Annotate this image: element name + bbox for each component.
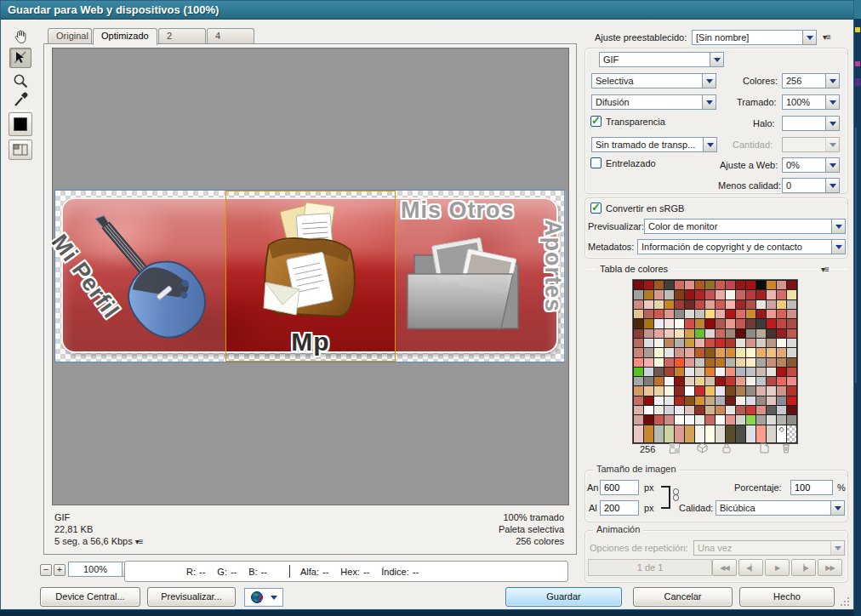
color-swatch[interactable] <box>644 348 653 356</box>
color-swatch[interactable] <box>685 368 694 376</box>
preview-in-browser-button[interactable]: Previsualizar... <box>147 587 236 607</box>
color-swatch[interactable] <box>634 358 643 367</box>
download-rate-menu-icon[interactable]: ▾≡ <box>135 537 143 546</box>
slice-select-tool[interactable] <box>9 48 31 68</box>
color-swatch[interactable] <box>685 406 694 414</box>
color-swatch[interactable] <box>756 368 766 376</box>
color-swatch[interactable] <box>726 329 735 338</box>
color-swatch[interactable] <box>787 368 796 376</box>
color-swatch[interactable] <box>634 396 643 405</box>
color-swatch[interactable] <box>777 396 786 405</box>
color-swatch[interactable] <box>777 406 786 414</box>
slice-mis-otros-aportes[interactable]: Mis Otros Aportes <box>396 191 566 362</box>
color-swatch[interactable] <box>746 415 756 424</box>
color-swatch[interactable] <box>654 415 664 424</box>
color-swatch[interactable] <box>726 425 735 442</box>
color-swatch[interactable] <box>695 415 704 424</box>
color-swatch[interactable] <box>736 377 745 385</box>
color-swatch[interactable] <box>664 319 674 328</box>
color-swatch[interactable] <box>736 425 745 442</box>
color-swatch[interactable] <box>644 406 653 414</box>
color-swatch[interactable] <box>756 415 766 424</box>
color-swatch[interactable] <box>685 415 694 424</box>
color-swatch[interactable] <box>675 396 684 405</box>
color-swatch[interactable] <box>654 396 664 405</box>
color-swatch[interactable] <box>746 406 756 414</box>
color-swatch[interactable] <box>654 300 664 309</box>
color-swatch[interactable] <box>685 358 694 367</box>
color-swatch[interactable] <box>787 329 796 338</box>
next-frame-button[interactable]: ▕▶ <box>791 559 816 576</box>
color-swatch[interactable] <box>726 415 735 424</box>
color-swatch[interactable] <box>767 358 776 367</box>
color-swatch[interactable] <box>654 358 664 367</box>
percent-input[interactable] <box>790 480 833 495</box>
color-swatch[interactable] <box>695 358 704 367</box>
color-swatch[interactable] <box>726 319 735 328</box>
color-swatch[interactable] <box>787 406 796 414</box>
color-swatch[interactable] <box>746 358 756 367</box>
color-swatch[interactable] <box>777 329 786 338</box>
color-swatch[interactable] <box>664 406 674 414</box>
cancel-button[interactable]: Cancelar <box>633 587 733 607</box>
color-swatch[interactable] <box>675 425 684 442</box>
color-swatch[interactable] <box>756 300 766 309</box>
color-swatch[interactable] <box>664 415 674 424</box>
color-swatch[interactable] <box>664 396 674 405</box>
color-swatch[interactable] <box>654 290 664 299</box>
color-swatch[interactable] <box>756 396 766 405</box>
new-color-icon[interactable] <box>757 442 770 453</box>
color-swatch[interactable] <box>716 377 725 385</box>
color-swatch[interactable] <box>726 406 735 414</box>
zoom-out-button[interactable]: − <box>40 564 52 576</box>
color-swatch[interactable] <box>634 406 643 414</box>
color-swatch[interactable] <box>736 290 745 299</box>
map-transparency-icon[interactable] <box>668 442 681 454</box>
color-swatch[interactable] <box>767 415 776 424</box>
color-swatch[interactable] <box>787 281 796 289</box>
color-swatch[interactable] <box>777 358 786 367</box>
color-swatch[interactable] <box>716 300 725 309</box>
color-swatch[interactable] <box>705 368 715 376</box>
color-swatch[interactable] <box>787 358 796 367</box>
color-swatch[interactable] <box>756 377 766 385</box>
color-swatch[interactable] <box>705 377 715 385</box>
color-swatch[interactable] <box>675 300 684 309</box>
color-swatch[interactable] <box>634 319 643 328</box>
color-swatch[interactable] <box>634 377 643 385</box>
slice-mi-perfil[interactable]: Mi Perfil <box>55 191 225 362</box>
color-swatch[interactable] <box>736 281 745 289</box>
color-swatch[interactable] <box>705 310 715 318</box>
previous-frame-button[interactable]: ◀▏ <box>738 559 763 576</box>
color-swatch[interactable] <box>644 358 653 367</box>
color-swatch[interactable] <box>767 290 776 299</box>
color-swatch[interactable] <box>746 386 756 395</box>
tab-original[interactable]: Original <box>48 28 92 44</box>
color-swatch[interactable] <box>767 281 776 289</box>
color-swatch[interactable] <box>716 310 725 318</box>
done-button[interactable]: Hecho <box>739 587 835 607</box>
color-swatch[interactable] <box>756 310 766 318</box>
color-swatch[interactable] <box>716 339 725 347</box>
color-swatch[interactable] <box>777 386 786 395</box>
color-swatch[interactable] <box>695 386 704 395</box>
color-swatch[interactable] <box>726 281 735 289</box>
color-swatch[interactable] <box>746 329 756 338</box>
dither-method-select[interactable]: Difusión <box>591 94 716 110</box>
color-swatch[interactable] <box>777 290 786 299</box>
color-swatch[interactable] <box>787 339 796 347</box>
width-input[interactable] <box>600 480 639 495</box>
color-swatch[interactable] <box>746 290 756 299</box>
color-swatch[interactable] <box>777 281 786 289</box>
color-swatch[interactable] <box>756 406 766 414</box>
color-swatch[interactable] <box>716 290 725 299</box>
color-swatch[interactable] <box>685 386 694 395</box>
color-swatch[interactable] <box>644 377 653 385</box>
color-swatch[interactable] <box>716 386 725 395</box>
interlaced-checkbox[interactable]: Entrelazado <box>590 157 656 168</box>
color-swatch[interactable] <box>654 386 664 395</box>
color-swatch[interactable] <box>695 300 704 309</box>
convert-srgb-checkbox[interactable]: Convertir en sRGB <box>590 202 684 214</box>
color-swatch[interactable] <box>716 358 725 367</box>
color-swatch[interactable] <box>664 348 674 356</box>
